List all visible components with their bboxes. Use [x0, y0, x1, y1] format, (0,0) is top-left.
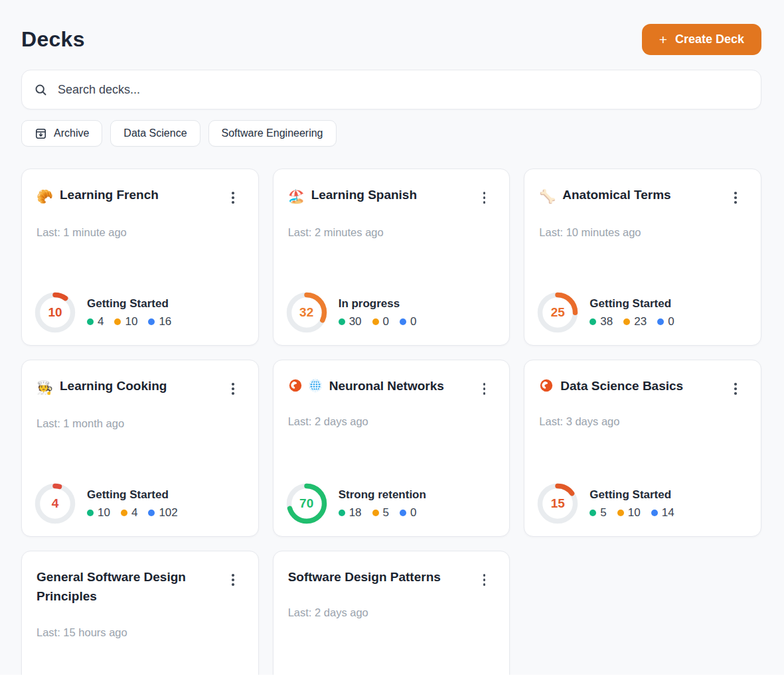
progress-value: 25	[537, 292, 578, 333]
deck-progress: 70 Strong retention 1850	[286, 483, 426, 524]
search-icon	[34, 83, 48, 97]
stat-value: 14	[662, 506, 674, 520]
page-header: Decks + Create Deck	[21, 24, 761, 55]
stat-review: 102	[148, 506, 177, 520]
stat-learning: 10	[114, 315, 137, 328]
stat-dot-icon	[400, 318, 406, 325]
kebab-menu-icon[interactable]	[481, 189, 489, 206]
kebab-menu-icon[interactable]	[481, 571, 489, 589]
beach-umbrella-emoji: 🏖️	[288, 187, 305, 206]
stat-learning: 23	[623, 315, 647, 328]
deck-title-row: 🥐 Learning French	[37, 185, 244, 206]
deck-last-reviewed: Last: 2 minutes ago	[288, 226, 495, 239]
deck-last-reviewed: Last: 10 minutes ago	[539, 226, 746, 239]
deck-title-row: Software Design Patterns	[288, 567, 495, 587]
create-deck-button[interactable]: + Create Deck	[642, 24, 761, 55]
deck-title: Anatomical Terms	[562, 185, 670, 204]
deck-last-reviewed: Last: 3 days ago	[539, 415, 746, 428]
stat-new: 5	[589, 506, 606, 520]
progress-ring: 4	[35, 483, 76, 524]
deck-stats: 1850	[339, 506, 426, 520]
deck-icons: 🥐	[37, 185, 53, 206]
search-input[interactable]	[58, 83, 749, 97]
globe-orange-icon	[288, 378, 303, 393]
deck-icons	[539, 376, 554, 393]
stat-value: 0	[383, 315, 389, 328]
filter-chip-label: Data Science	[123, 127, 187, 139]
progress-value: 10	[35, 292, 76, 333]
deck-grid: 🥐 Learning French Last: 1 minute ago 10 …	[21, 169, 761, 696]
kebab-menu-icon[interactable]	[732, 189, 740, 206]
filter-chip-archive[interactable]: Archive	[21, 120, 102, 147]
stat-dot-icon	[121, 510, 127, 516]
deck-last-reviewed: Last: 2 days ago	[288, 606, 495, 619]
deck-title: Learning Spanish	[311, 185, 417, 204]
deck-card-1[interactable]: 🥐 Learning French Last: 1 minute ago 10 …	[21, 169, 259, 346]
deck-status-label: Getting Started	[589, 488, 674, 502]
kebab-menu-icon[interactable]	[732, 380, 740, 397]
progress-value: 4	[35, 483, 76, 524]
progress-ring: 25	[537, 292, 578, 333]
stat-dot-icon	[657, 318, 664, 325]
stat-learning: 5	[372, 506, 389, 520]
deck-card-3[interactable]: 🦴 Anatomical Terms Last: 10 minutes ago …	[524, 169, 761, 346]
stat-value: 4	[98, 315, 104, 328]
deck-icons: 🧑‍🍳	[37, 376, 53, 397]
stat-review: 14	[651, 506, 674, 520]
deck-status-label: Getting Started	[87, 297, 171, 311]
stat-review: 0	[400, 315, 416, 328]
deck-title-row: 🧑‍🍳 Learning Cooking	[37, 376, 244, 397]
stat-new: 18	[339, 506, 362, 520]
deck-title-row: Neuronal Networks	[288, 376, 495, 395]
progress-value: 70	[286, 483, 327, 524]
deck-progress: 4 Getting Started 104102	[35, 483, 178, 524]
deck-last-reviewed: Last: 1 month ago	[37, 417, 244, 430]
stat-value: 16	[159, 315, 171, 328]
kebab-menu-icon[interactable]	[229, 571, 237, 589]
kebab-menu-icon[interactable]	[229, 380, 237, 397]
deck-last-reviewed: Last: 2 days ago	[288, 415, 495, 428]
filter-chip-label: Software Engineering	[222, 127, 323, 139]
stat-dot-icon	[651, 510, 658, 516]
stat-value: 38	[600, 315, 613, 328]
deck-card-5[interactable]: Neuronal Networks Last: 2 days ago 70 St…	[273, 360, 510, 537]
stat-value: 10	[628, 506, 641, 520]
progress-ring: 32	[286, 292, 327, 333]
stat-value: 23	[634, 315, 647, 328]
filter-chip-data-science[interactable]: Data Science	[110, 120, 200, 147]
progress-value: 15	[537, 483, 578, 524]
stat-dot-icon	[339, 318, 345, 325]
deck-stats: 3000	[339, 315, 417, 328]
kebab-menu-icon[interactable]	[481, 380, 489, 397]
search-bar[interactable]	[21, 70, 761, 109]
page-title: Decks	[21, 27, 85, 52]
deck-title-row: 🏖️ Learning Spanish	[288, 185, 495, 206]
deck-card-6[interactable]: Data Science Basics Last: 3 days ago 15 …	[524, 360, 761, 537]
deck-icons: 🏖️	[288, 185, 305, 206]
deck-title-row: Data Science Basics	[539, 376, 746, 395]
stat-dot-icon	[339, 510, 345, 516]
stat-review: 0	[400, 506, 416, 520]
stat-dot-icon	[87, 510, 94, 516]
stat-review: 16	[148, 315, 171, 328]
stat-dot-icon	[589, 510, 596, 516]
deck-title: Software Design Patterns	[288, 567, 441, 587]
deck-card-2[interactable]: 🏖️ Learning Spanish Last: 2 minutes ago …	[273, 169, 510, 346]
stat-dot-icon	[148, 318, 155, 325]
deck-progress: 15 Getting Started 51014	[537, 483, 674, 524]
stat-dot-icon	[148, 510, 155, 516]
filter-chip-software-engineering[interactable]: Software Engineering	[208, 120, 337, 147]
kebab-menu-icon[interactable]	[229, 189, 237, 206]
deck-title: Learning French	[60, 185, 159, 204]
globe-grid-icon	[308, 378, 323, 393]
stat-value: 30	[349, 315, 362, 328]
deck-title-row: 🦴 Anatomical Terms	[539, 185, 746, 206]
bone-emoji: 🦴	[539, 187, 556, 206]
deck-last-reviewed: Last: 15 hours ago	[37, 626, 244, 639]
deck-progress: 25 Getting Started 38230	[537, 292, 674, 333]
deck-card-4[interactable]: 🧑‍🍳 Learning Cooking Last: 1 month ago 4…	[21, 360, 259, 537]
globe-orange-icon	[539, 378, 554, 393]
stat-dot-icon	[87, 318, 94, 325]
stat-new: 38	[589, 315, 613, 328]
deck-stats: 41016	[87, 315, 171, 328]
